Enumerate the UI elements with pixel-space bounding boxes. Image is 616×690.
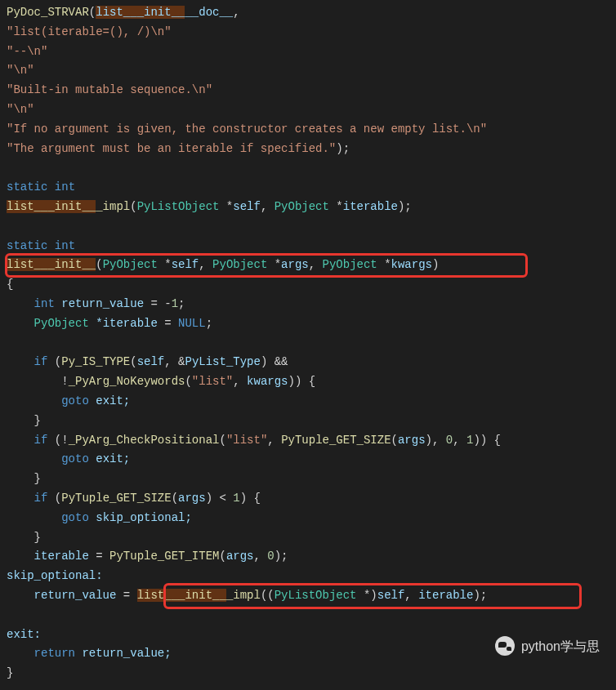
code-line: static int xyxy=(7,237,609,256)
code-line: { xyxy=(7,275,609,295)
code-line: "\n" xyxy=(7,61,609,81)
code-line xyxy=(7,334,609,354)
code-line xyxy=(7,606,609,625)
code-line: } xyxy=(7,412,609,431)
code-line: int return_value = -1; xyxy=(7,295,609,314)
code-line: PyDoc_STRVAR(list___init____doc__, xyxy=(7,3,609,23)
code-line: list___init___impl(PyListObject *self, P… xyxy=(7,198,609,217)
code-line: goto exit; xyxy=(7,450,609,470)
code-line: if (PyTuple_GET_SIZE(args) < 1) { xyxy=(7,489,609,509)
code-line: PyObject *iterable = NULL; xyxy=(7,314,609,334)
code-line: "--\n" xyxy=(7,42,609,62)
code-line: if (Py_IS_TYPE(self, &PyList_Type) && xyxy=(7,353,609,372)
code-line: if (!_PyArg_CheckPositional("list", PyTu… xyxy=(7,431,609,451)
code-line: "The argument must be an iterable if spe… xyxy=(7,140,609,159)
code-line: !_PyArg_NoKeywords("list", kwargs)) { xyxy=(7,372,609,392)
code-line xyxy=(7,217,609,237)
code-line: "list(iterable=(), /)\n" xyxy=(7,23,609,42)
watermark-text: python学与思 xyxy=(521,635,600,657)
code-line: skip_optional: xyxy=(7,567,609,586)
code-line: list___init__(PyObject *self, PyObject *… xyxy=(7,256,609,275)
code-line: goto exit; xyxy=(7,392,609,412)
code-line xyxy=(7,158,609,178)
code-line: } xyxy=(7,470,609,489)
code-line: "Built-in mutable sequence.\n" xyxy=(7,81,609,100)
code-line: return_value = list___init___impl((PyLis… xyxy=(7,586,609,606)
code-line: iterable = PyTuple_GET_ITEM(args, 0); xyxy=(7,547,609,567)
code-line: "If no argument is given, the constructo… xyxy=(7,120,609,140)
code-line: static int xyxy=(7,178,609,198)
code-line: goto skip_optional; xyxy=(7,509,609,528)
wechat-icon xyxy=(495,636,515,656)
code-line: "\n" xyxy=(7,100,609,120)
code-line: } xyxy=(7,528,609,548)
code-line: } xyxy=(7,664,609,683)
code-editor-view: PyDoc_STRVAR(list___init____doc__, "list… xyxy=(0,0,616,687)
watermark: python学与思 xyxy=(495,635,600,657)
